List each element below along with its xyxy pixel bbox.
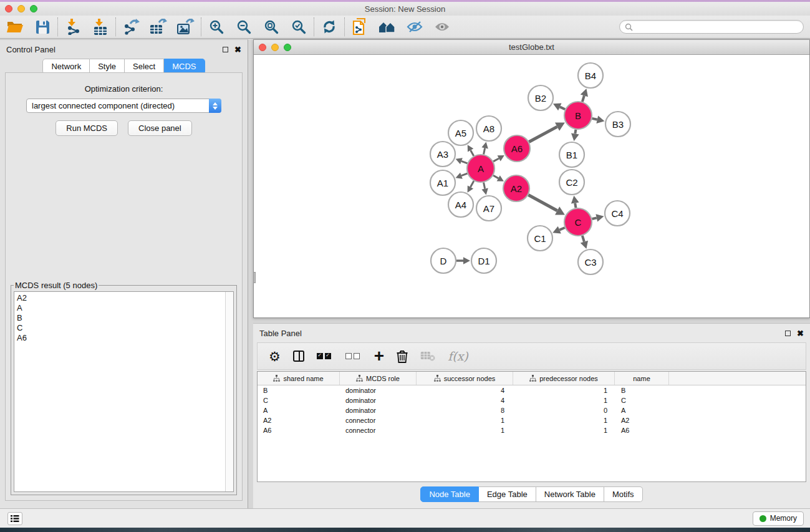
- mcds-result-item[interactable]: A: [17, 303, 223, 313]
- table-close-panel-icon[interactable]: ✖: [797, 329, 804, 337]
- first-neighbors-icon[interactable]: [378, 18, 397, 36]
- edge-B-B1[interactable]: [575, 130, 576, 134]
- table-cell: dominator: [340, 395, 417, 405]
- table-row[interactable]: A6connector11A6: [258, 425, 806, 435]
- table-panel-title: Table Panel: [259, 329, 302, 338]
- status-bar: Memory: [0, 508, 810, 528]
- mcds-result-list[interactable]: A2ABCA6: [14, 292, 225, 491]
- table-float-panel-icon[interactable]: [785, 331, 791, 336]
- mcds-result-item[interactable]: C: [17, 323, 223, 333]
- task-history-button[interactable]: [7, 512, 22, 525]
- edge-C-C4[interactable]: [592, 218, 596, 219]
- float-panel-icon[interactable]: [223, 47, 228, 52]
- open-file-icon[interactable]: [6, 18, 24, 36]
- edge-arrowhead: [571, 196, 579, 204]
- column-header-name[interactable]: name: [615, 372, 669, 385]
- edge-A-A8[interactable]: [484, 148, 485, 154]
- close-panel-button[interactable]: Close panel: [128, 120, 192, 136]
- criterion-dropdown[interactable]: largest connected component (directed): [26, 99, 221, 113]
- delete-table-icon[interactable]: [420, 348, 435, 364]
- refresh-layout-icon[interactable]: [320, 18, 339, 36]
- table-row[interactable]: Adominator80A: [258, 405, 806, 415]
- desktop-background-strip-bottom: [0, 528, 810, 532]
- add-column-icon[interactable]: +: [374, 348, 384, 364]
- edge-A2-C[interactable]: [528, 195, 557, 211]
- edge-C-C2[interactable]: [575, 203, 576, 208]
- network-graph[interactable]: B4B2BB3B1A5A8A6A3AA1A2C2A4A7C4CC1C3DD1: [254, 56, 809, 317]
- edge-A-A4[interactable]: [470, 181, 473, 187]
- edge-A-A7[interactable]: [484, 183, 485, 189]
- function-builder-icon[interactable]: f(x): [448, 348, 468, 364]
- edge-B-B4[interactable]: [582, 95, 584, 102]
- hide-selected-eye-icon[interactable]: [405, 18, 424, 36]
- import-network-icon[interactable]: [64, 18, 82, 36]
- list-icon: [11, 515, 19, 523]
- show-all-eye-icon[interactable]: [433, 18, 451, 36]
- select-all-rows-icon[interactable]: [317, 348, 333, 364]
- table-cell: C: [258, 395, 340, 405]
- table-row[interactable]: A2connector11A2: [258, 415, 806, 425]
- export-network-icon[interactable]: [122, 18, 140, 36]
- tab-node-table[interactable]: Node Table: [420, 486, 479, 502]
- table-cell: A: [615, 405, 669, 415]
- memory-button[interactable]: Memory: [753, 511, 804, 526]
- edge-arrowhead: [481, 142, 488, 149]
- network-canvas[interactable]: B4B2BB3B1A5A8A6A3AA1A2C2A4A7C4CC1C3DD1: [254, 56, 809, 317]
- splitter-handle[interactable]: [253, 272, 256, 283]
- save-session-icon[interactable]: [33, 18, 52, 36]
- table-row[interactable]: Cdominator41C: [258, 395, 806, 405]
- delete-column-trash-icon[interactable]: [397, 348, 408, 364]
- edge-A-A6[interactable]: [493, 158, 499, 162]
- edge-A-A3[interactable]: [461, 161, 468, 163]
- column-header-successor-nodes[interactable]: successor nodes: [417, 372, 513, 385]
- edge-A6-B[interactable]: [529, 127, 557, 142]
- zoom-out-icon[interactable]: [234, 18, 253, 36]
- dropdown-stepper-icon: [209, 99, 221, 113]
- tab-motifs[interactable]: Motifs: [604, 486, 643, 502]
- close-panel-icon[interactable]: ✖: [234, 46, 241, 54]
- mcds-result-item[interactable]: A2: [17, 293, 223, 303]
- edge-C-C1[interactable]: [559, 228, 565, 230]
- new-network-from-selection-icon[interactable]: [350, 18, 369, 36]
- panel-columns-icon[interactable]: [293, 348, 304, 364]
- zoom-fit-icon[interactable]: [262, 18, 281, 36]
- export-table-icon[interactable]: [149, 18, 168, 36]
- mcds-result-title: MCDS result (5 nodes): [14, 281, 99, 290]
- graph-node-label-A3: A3: [437, 149, 448, 160]
- table-panel-header: Table Panel ✖: [253, 324, 810, 342]
- mcds-list-scrollbar[interactable]: [225, 292, 233, 491]
- search-area: [619, 20, 804, 34]
- column-header-predecessor-nodes[interactable]: predecessor nodes: [513, 372, 615, 385]
- deselect-all-rows-icon[interactable]: [345, 348, 362, 364]
- edge-A-A1[interactable]: [461, 173, 468, 176]
- export-image-icon[interactable]: [176, 18, 195, 36]
- edge-B-B2[interactable]: [560, 107, 565, 109]
- column-header-MCDS-role[interactable]: MCDS role: [340, 372, 417, 385]
- edge-B-B3[interactable]: [592, 118, 597, 120]
- column-header-shared-name[interactable]: shared name: [258, 372, 340, 385]
- table-row[interactable]: Bdominator41B: [258, 385, 806, 395]
- table-cell: 1: [417, 425, 513, 435]
- settings-gear-icon[interactable]: ⚙: [269, 348, 281, 364]
- edge-A-A5[interactable]: [471, 150, 474, 156]
- edge-arrowhead: [481, 188, 488, 195]
- edge-A-A2[interactable]: [493, 175, 498, 178]
- tab-edge-table[interactable]: Edge Table: [479, 486, 536, 502]
- edge-C-C3[interactable]: [582, 236, 584, 242]
- mcds-result-item[interactable]: B: [17, 313, 223, 323]
- run-mcds-button[interactable]: Run MCDS: [55, 120, 118, 136]
- table-cell: dominator: [340, 405, 417, 415]
- import-table-icon[interactable]: [91, 18, 110, 36]
- mcds-result-item[interactable]: A6: [17, 333, 223, 343]
- graph-node-label-A1: A1: [437, 178, 448, 188]
- zoom-in-icon[interactable]: [207, 18, 226, 36]
- graph-node-label-C1: C1: [534, 233, 546, 244]
- table-cell: A2: [615, 415, 669, 425]
- search-input[interactable]: [636, 22, 798, 31]
- zoom-selected-icon[interactable]: [289, 18, 308, 36]
- tab-network-table[interactable]: Network Table: [536, 486, 604, 502]
- table-panel-tabs: Node TableEdge TableNetwork TableMotifs: [253, 486, 810, 502]
- table-toolbar: ⚙ + f(x): [257, 342, 806, 370]
- table-cell: 1: [513, 415, 615, 425]
- graph-node-label-B4: B4: [585, 70, 596, 81]
